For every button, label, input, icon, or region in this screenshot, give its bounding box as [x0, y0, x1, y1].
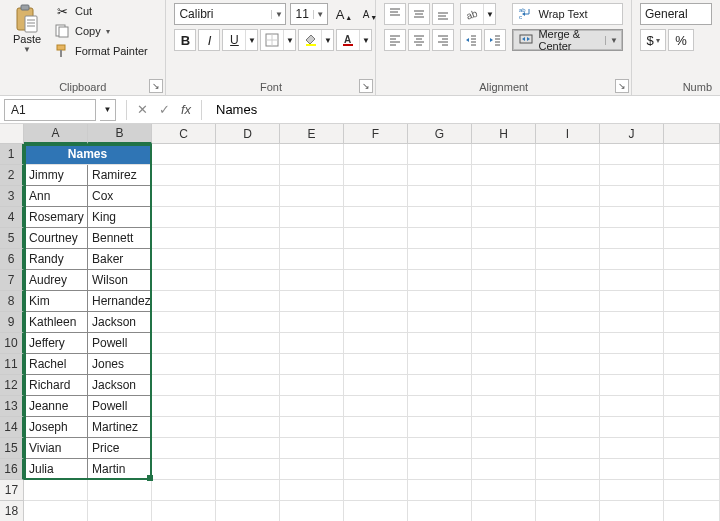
fill-color-button[interactable]: ▼ [298, 29, 334, 51]
cell-B6[interactable]: Baker [88, 249, 152, 270]
cell-E17[interactable] [280, 480, 344, 501]
cell-F2[interactable] [344, 165, 408, 186]
chevron-down-icon[interactable]: ▼ [313, 10, 327, 19]
cell-H7[interactable] [472, 270, 536, 291]
cell-H2[interactable] [472, 165, 536, 186]
cell-grid[interactable]: NamesJimmyRamirezAnnCoxRosemaryKingCourt… [24, 144, 720, 521]
cancel-formula-button[interactable]: ✕ [131, 99, 153, 121]
worksheet[interactable]: ABCDEFGHIJ 123456789101112131415161718 N… [0, 124, 720, 521]
column-header-I[interactable]: I [536, 124, 600, 144]
cell-B4[interactable]: King [88, 207, 152, 228]
cell-C15[interactable] [152, 438, 216, 459]
cell-E14[interactable] [280, 417, 344, 438]
paste-button[interactable]: Paste ▼ [8, 3, 46, 54]
cell-J12[interactable] [600, 375, 664, 396]
cell-H5[interactable] [472, 228, 536, 249]
cell-D8[interactable] [216, 291, 280, 312]
cell-G12[interactable] [408, 375, 472, 396]
merge-center-button[interactable]: Merge & Center ▼ [512, 29, 623, 51]
cell-C7[interactable] [152, 270, 216, 291]
cell-J8[interactable] [600, 291, 664, 312]
cell-A15[interactable]: Vivian [24, 438, 88, 459]
cell-B8[interactable]: Hernandez [88, 291, 152, 312]
cell-E18[interactable] [280, 501, 344, 521]
cell-E3[interactable] [280, 186, 344, 207]
cell-E5[interactable] [280, 228, 344, 249]
cell-F9[interactable] [344, 312, 408, 333]
cell-X11[interactable] [664, 354, 720, 375]
cell-D1[interactable] [216, 144, 280, 165]
column-header-F[interactable]: F [344, 124, 408, 144]
column-header-J[interactable]: J [600, 124, 664, 144]
cell-G11[interactable] [408, 354, 472, 375]
cell-X10[interactable] [664, 333, 720, 354]
cell-H15[interactable] [472, 438, 536, 459]
cell-G8[interactable] [408, 291, 472, 312]
cell-D6[interactable] [216, 249, 280, 270]
cell-D7[interactable] [216, 270, 280, 291]
cell-I1[interactable] [536, 144, 600, 165]
select-all-corner[interactable] [0, 124, 24, 144]
chevron-down-icon[interactable]: ▼ [245, 30, 257, 50]
cell-H3[interactable] [472, 186, 536, 207]
column-header-E[interactable]: E [280, 124, 344, 144]
cell-A12[interactable]: Richard [24, 375, 88, 396]
cell-I9[interactable] [536, 312, 600, 333]
cell-X4[interactable] [664, 207, 720, 228]
cell-I4[interactable] [536, 207, 600, 228]
cell-B10[interactable]: Powell [88, 333, 152, 354]
percent-button[interactable]: % [668, 29, 694, 51]
font-name-combo[interactable]: Calibri ▼ [174, 3, 286, 25]
cell-G6[interactable] [408, 249, 472, 270]
cell-G9[interactable] [408, 312, 472, 333]
cell-H1[interactable] [472, 144, 536, 165]
cell-G2[interactable] [408, 165, 472, 186]
cell-J10[interactable] [600, 333, 664, 354]
cell-B2[interactable]: Ramirez [88, 165, 152, 186]
cell-I18[interactable] [536, 501, 600, 521]
cell-A13[interactable]: Jeanne [24, 396, 88, 417]
cell-J7[interactable] [600, 270, 664, 291]
cell-I7[interactable] [536, 270, 600, 291]
align-left-button[interactable] [384, 29, 406, 51]
cell-D14[interactable] [216, 417, 280, 438]
cell-I17[interactable] [536, 480, 600, 501]
row-header-9[interactable]: 9 [0, 312, 24, 333]
cell-A18[interactable] [24, 501, 88, 521]
cell-I16[interactable] [536, 459, 600, 480]
cell-F16[interactable] [344, 459, 408, 480]
cell-J1[interactable] [600, 144, 664, 165]
cell-G7[interactable] [408, 270, 472, 291]
align-right-button[interactable] [432, 29, 454, 51]
dialog-launcher-alignment[interactable]: ↘ [615, 79, 629, 93]
cell-J17[interactable] [600, 480, 664, 501]
row-header-18[interactable]: 18 [0, 501, 24, 521]
cell-H17[interactable] [472, 480, 536, 501]
cell-J6[interactable] [600, 249, 664, 270]
cut-button[interactable]: ✂ Cut [54, 3, 148, 19]
cell-G14[interactable] [408, 417, 472, 438]
increase-font-size-button[interactable]: A▲ [332, 3, 354, 25]
cell-J18[interactable] [600, 501, 664, 521]
cell-J16[interactable] [600, 459, 664, 480]
cell-E6[interactable] [280, 249, 344, 270]
number-format-combo[interactable]: General [640, 3, 712, 25]
chevron-down-icon[interactable]: ▼ [271, 10, 285, 19]
cell-B3[interactable]: Cox [88, 186, 152, 207]
row-header-3[interactable]: 3 [0, 186, 24, 207]
cell-A11[interactable]: Rachel [24, 354, 88, 375]
cell-D11[interactable] [216, 354, 280, 375]
cell-G18[interactable] [408, 501, 472, 521]
cell-E15[interactable] [280, 438, 344, 459]
cell-H16[interactable] [472, 459, 536, 480]
cell-I13[interactable] [536, 396, 600, 417]
cell-B11[interactable]: Jones [88, 354, 152, 375]
cell-A1[interactable]: Names [24, 144, 152, 165]
cell-I2[interactable] [536, 165, 600, 186]
cell-J14[interactable] [600, 417, 664, 438]
cell-F3[interactable] [344, 186, 408, 207]
cell-A3[interactable]: Ann [24, 186, 88, 207]
align-middle-button[interactable] [408, 3, 430, 25]
cell-X8[interactable] [664, 291, 720, 312]
cell-F4[interactable] [344, 207, 408, 228]
